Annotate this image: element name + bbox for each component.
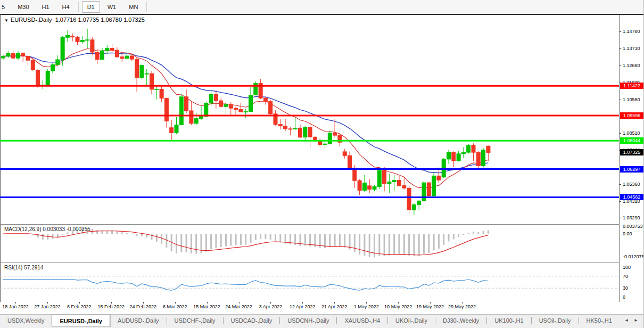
chart-tab-usdcnh[interactable]: USDCNH-,Daily — [280, 315, 336, 326]
candle-body — [170, 128, 174, 133]
candle-body — [269, 102, 273, 114]
chart-tab-audusd[interactable]: AUDUSD-,Daily — [110, 315, 167, 326]
timeframe-button-h4[interactable]: H4 — [57, 1, 75, 13]
line-price-label: 1.06297 — [620, 166, 643, 173]
candle-body — [407, 188, 411, 210]
candle-body — [160, 89, 163, 99]
macd-axis-label: 0.003753 — [623, 224, 643, 229]
candle-body — [46, 71, 49, 85]
timeframe-button-w1[interactable]: W1 — [102, 1, 122, 13]
macd-indicator-panel[interactable] — [0, 225, 619, 261]
timeframe-button-5[interactable]: 5 — [0, 1, 10, 13]
chart-tab-usdcad[interactable]: USDCAD-,Daily — [224, 315, 280, 326]
axis-tick — [620, 100, 621, 100]
candle-body — [175, 125, 178, 133]
symbol-dropdown-icon[interactable]: ▼ — [4, 18, 9, 23]
chart-tab-eurusd[interactable]: EURUSD-,Daily — [52, 315, 110, 326]
chart-tab-uk100[interactable]: UK100-,H1 — [487, 315, 531, 326]
date-tick — [270, 302, 271, 304]
rsi-indicator-panel[interactable] — [0, 263, 619, 302]
candle-body — [442, 159, 445, 177]
candle-body — [71, 36, 75, 37]
candle-body — [348, 155, 352, 168]
date-tick — [143, 302, 144, 304]
chart-title: ▼EURUSD-,Daily 1.07716 1.07735 1.06780 1… — [4, 17, 145, 23]
main-price-chart[interactable] — [0, 15, 619, 224]
mt4-window: 5M30H1H4D1W1MN ▼EURUSD-,Daily 1.07716 1.… — [0, 0, 644, 328]
price-axis[interactable]: 1.147801.137301.126801.116301.105801.085… — [619, 15, 644, 302]
chart-tab-bar: USDX,WeeklyEURUSD-,DailyAUDUSD-,DailyUSD… — [0, 314, 644, 328]
timeframe-button-d1[interactable]: D1 — [82, 1, 100, 13]
candle-body — [377, 170, 381, 187]
chart-tab-xauusd[interactable]: XAUUSD-,H4 — [337, 315, 387, 326]
tab-scroll-left-icon[interactable]: ◄ — [622, 318, 631, 323]
candle-body — [293, 128, 297, 129]
date-label: 12 Apr 2022 — [290, 304, 316, 309]
candle-body — [486, 146, 490, 152]
timeframe-button-h1[interactable]: H1 — [37, 1, 55, 13]
chart-tab-usdchf[interactable]: USDCHF-,Daily — [167, 315, 223, 326]
date-tick — [79, 302, 80, 304]
candle-body — [90, 40, 94, 52]
candle-body — [402, 186, 406, 188]
candle-body — [461, 152, 465, 154]
candle-body — [11, 53, 15, 58]
line-price-label: 1.08044 — [620, 137, 643, 144]
timeframe-button-mn[interactable]: MN — [123, 1, 143, 13]
date-tick — [239, 302, 240, 304]
chart-tab-dj30[interactable]: DJ30-,Weekly — [435, 315, 486, 326]
chart-tab-hk50[interactable]: HK50-,H1 — [579, 315, 620, 326]
date-label: 10 May 2022 — [384, 304, 412, 309]
rsi-axis-label: 0 — [623, 294, 625, 300]
candle-body — [219, 101, 223, 106]
date-label: 19 May 2022 — [416, 304, 444, 309]
date-label: 6 Mar 2022 — [163, 304, 187, 309]
candle-body — [26, 56, 30, 61]
candle-body — [278, 125, 282, 126]
date-tick — [430, 302, 431, 304]
date-label: 6 Feb 2022 — [67, 304, 92, 309]
price-tick-label: 1.10580 — [623, 97, 640, 102]
date-tick — [462, 302, 463, 304]
candle-body — [323, 144, 327, 144]
candle-body — [2, 56, 5, 58]
candle-body — [358, 181, 361, 191]
candle-body — [76, 37, 79, 42]
date-label: 24 Mar 2022 — [225, 304, 252, 309]
chart-tab-ukoil[interactable]: UKOil-,Daily — [388, 315, 435, 326]
candle-body — [204, 103, 208, 117]
tab-scroll-right-icon[interactable]: ► — [631, 318, 641, 323]
candle-body — [200, 117, 203, 119]
timeframe-button-m30[interactable]: M30 — [12, 1, 34, 13]
candle-body — [437, 176, 441, 180]
candle-body — [482, 150, 485, 166]
date-tick — [366, 302, 367, 304]
candle-body — [263, 98, 267, 101]
price-tick-label: 1.05360 — [623, 182, 640, 187]
candle-body — [303, 127, 307, 137]
toolbar-separator — [78, 2, 79, 12]
timeframe-toolbar: 5M30H1H4D1W1MN — [0, 0, 644, 14]
rsi-axis-label: 100 — [623, 265, 631, 270]
candle-body — [115, 50, 119, 57]
chart-tab-usoil[interactable]: USOil-,Daily — [532, 315, 579, 326]
candle-body — [6, 53, 10, 56]
chart-tab-usdx[interactable]: USDX,Weekly — [0, 315, 52, 326]
axis-tick — [620, 133, 621, 134]
candle-body — [209, 94, 213, 103]
candle-body — [427, 183, 431, 196]
candle-body — [179, 97, 183, 125]
date-label: 29 May 2022 — [448, 304, 476, 309]
macd-axis-label: 0.00 — [623, 231, 632, 236]
date-label: 21 Apr 2022 — [321, 304, 348, 309]
candle-body — [145, 73, 148, 74]
tab-scroll-controls: ◄► — [622, 315, 644, 325]
date-axis[interactable]: 18 Jan 202227 Jan 20226 Feb 202215 Feb 2… — [0, 302, 619, 313]
candle-body — [189, 111, 193, 124]
price-tick-label: 1.14780 — [623, 29, 640, 34]
line-price-label: 1.09596 — [620, 112, 643, 119]
toolbar-separator — [146, 2, 147, 12]
candle-body — [120, 57, 124, 59]
date-label: 15 Feb 2022 — [98, 304, 125, 309]
price-tick-label: 1.12680 — [623, 63, 640, 68]
